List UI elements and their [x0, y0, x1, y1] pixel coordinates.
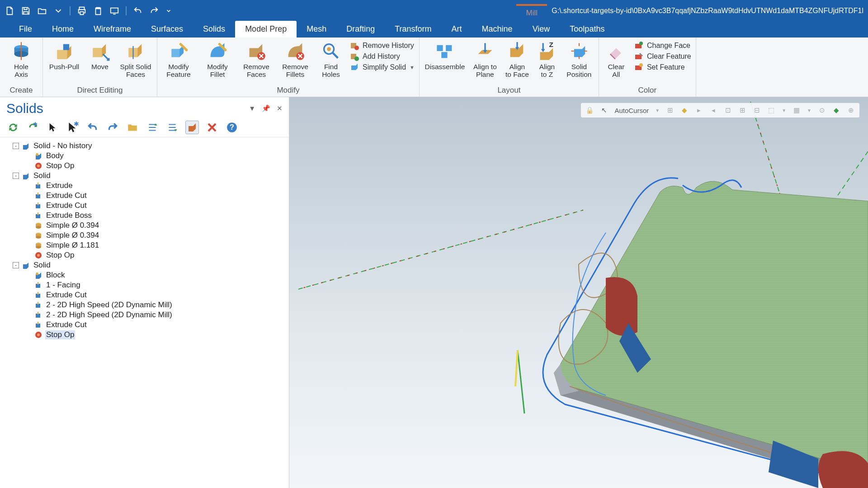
pin-icon[interactable]: 📌	[262, 104, 270, 113]
add-history-button[interactable]: Add History	[350, 52, 400, 61]
cursor-icon[interactable]	[46, 121, 60, 134]
chevron-down-icon[interactable]: ▼	[782, 108, 786, 113]
push-pull-button[interactable]: Push-Pull	[47, 40, 81, 85]
tree-node[interactable]: Extrude Cut	[4, 320, 285, 330]
undo-icon[interactable]	[133, 6, 143, 16]
modify-fillet-button[interactable]: Modify Fillet	[201, 40, 234, 85]
find-holes-button[interactable]: Find Holes	[317, 40, 344, 85]
simplify-solid-button[interactable]: Simplify Solid ▼	[350, 63, 415, 72]
chevron-down-icon[interactable]	[53, 6, 63, 16]
tool-icon[interactable]: ⊡	[724, 106, 732, 114]
tab-view[interactable]: View	[523, 21, 560, 38]
move-button[interactable]: Move	[86, 40, 113, 85]
redo-icon[interactable]	[149, 6, 159, 16]
tree-node[interactable]: Simple Ø 1.181	[4, 240, 285, 250]
undo-icon[interactable]	[86, 121, 99, 134]
remove-fillets-button[interactable]: Remove Fillets	[278, 40, 312, 85]
chevron-down-icon[interactable]: ▼	[249, 104, 255, 113]
tab-surfaces[interactable]: Surfaces	[141, 21, 193, 38]
tab-art[interactable]: Art	[442, 21, 472, 38]
align-to-plane-button[interactable]: Align to Plane	[471, 40, 499, 85]
tree-node[interactable]: Simple Ø 0.394	[4, 221, 285, 230]
regen-icon[interactable]	[6, 121, 20, 134]
tab-solids[interactable]: Solids	[193, 21, 235, 38]
solids-tree[interactable]: -Solid - No historyBodyStop Op-SolidExtr…	[0, 137, 289, 343]
tree-node[interactable]: Body	[4, 151, 285, 161]
expand-toggle[interactable]: -	[13, 143, 19, 149]
delete-icon[interactable]	[205, 121, 219, 134]
tool-icon[interactable]: ⊞	[738, 106, 746, 114]
tool-icon[interactable]: ⬚	[767, 106, 775, 114]
expand-toggle[interactable]: -	[13, 173, 19, 179]
tab-drafting[interactable]: Drafting	[336, 21, 385, 38]
tab-transform[interactable]: Transform	[385, 21, 441, 38]
change-face-button[interactable]: Change Face	[634, 41, 690, 50]
folder-icon[interactable]	[126, 121, 139, 134]
tree-node[interactable]: Stop Op	[4, 250, 285, 260]
snap-icon[interactable]: ⊞	[666, 106, 674, 114]
close-icon[interactable]: ✕	[277, 104, 283, 113]
print-icon[interactable]	[77, 6, 87, 16]
chevron-down-icon[interactable]: ▼	[807, 108, 811, 113]
cursor-icon[interactable]: ↖	[600, 106, 608, 114]
list-down-icon[interactable]	[165, 121, 179, 134]
screen-icon[interactable]	[109, 6, 119, 16]
grid-icon[interactable]: ▦	[793, 106, 801, 114]
tree-node[interactable]: Extrude	[4, 181, 285, 191]
disassemble-button[interactable]: Disassemble	[424, 40, 466, 85]
clear-all-button[interactable]: Clear All	[604, 40, 629, 85]
modify-feature-button[interactable]: Modify Feature	[162, 40, 195, 85]
expand-toggle[interactable]: -	[13, 262, 19, 268]
tree-node[interactable]: 2 - 2D High Speed (2D Dynamic Mill)	[4, 310, 285, 320]
open-icon[interactable]	[37, 6, 47, 16]
hole-axis-button[interactable]: Hole Axis	[5, 40, 38, 85]
viewport-3d[interactable]: 🔒 ↖ AutoCursor ▼ ⊞ ◆ ▸ ◂ ⊡ ⊞ ⊟ ⬚ ▼ ▦ ▼ ⊙…	[289, 97, 868, 488]
save-icon[interactable]	[21, 6, 31, 16]
tree-node[interactable]: Extrude Boss	[4, 211, 285, 221]
tool-icon[interactable]: ▸	[695, 106, 703, 114]
tree-node[interactable]: Extrude Cut	[4, 290, 285, 300]
tab-home[interactable]: Home	[42, 21, 84, 38]
context-tab-mill[interactable]: Mill	[516, 4, 547, 18]
tab-mesh[interactable]: Mesh	[297, 21, 336, 38]
split-solid-faces-button[interactable]: Split Solid Faces	[119, 40, 152, 85]
tab-toolpaths[interactable]: Toolpaths	[560, 21, 614, 38]
tree-node[interactable]: 2 - 2D High Speed (2D Dynamic Mill)	[4, 300, 285, 310]
tree-node[interactable]: -Solid	[4, 171, 285, 181]
lock-icon[interactable]: 🔒	[585, 106, 594, 114]
remove-history-button[interactable]: Remove History	[350, 41, 414, 50]
tool-icon[interactable]: ⊕	[847, 106, 855, 114]
tree-node[interactable]: Extrude Cut	[4, 191, 285, 201]
cursor-multi-icon[interactable]: ✱	[66, 121, 80, 134]
remove-faces-button[interactable]: Remove Faces	[240, 40, 273, 85]
chevron-down-icon[interactable]	[165, 6, 172, 16]
redo-icon[interactable]	[106, 121, 119, 134]
tool-icon[interactable]: ◂	[709, 106, 717, 114]
new-file-icon[interactable]	[5, 6, 14, 16]
tool-icon[interactable]: ◆	[832, 106, 840, 114]
align-to-face-button[interactable]: Align to Face	[505, 40, 530, 85]
regen-all-icon[interactable]: ✱	[26, 121, 40, 134]
list-up-icon[interactable]	[146, 121, 159, 134]
tree-node[interactable]: Extrude Cut	[4, 201, 285, 211]
solid-icon[interactable]	[185, 121, 199, 134]
clipboard-icon[interactable]	[93, 6, 103, 16]
chevron-down-icon[interactable]: ▼	[655, 108, 660, 113]
tree-node[interactable]: Stop Op	[4, 161, 285, 171]
set-feature-button[interactable]: Set Feature	[634, 63, 685, 72]
tree-node[interactable]: Simple Ø 0.394	[4, 230, 285, 240]
tree-node[interactable]: -Solid - No history	[4, 141, 285, 151]
solid-position-button[interactable]: Solid Position	[564, 40, 594, 85]
tab-machine[interactable]: Machine	[472, 21, 523, 38]
tool-icon[interactable]: ⊟	[753, 106, 761, 114]
tab-wireframe[interactable]: Wireframe	[84, 21, 141, 38]
tab-file[interactable]: File	[9, 21, 42, 38]
autocursor-label[interactable]: AutoCursor	[614, 107, 649, 114]
tab-model-prep[interactable]: Model Prep	[235, 21, 297, 38]
help-icon[interactable]: ?	[225, 121, 239, 134]
point-icon[interactable]: ◆	[680, 106, 689, 114]
clear-feature-button[interactable]: Clear Feature	[634, 52, 691, 61]
tree-node[interactable]: -Solid	[4, 260, 285, 270]
tree-node[interactable]: 1 - Facing	[4, 280, 285, 290]
tool-icon[interactable]: ⊙	[818, 106, 826, 114]
